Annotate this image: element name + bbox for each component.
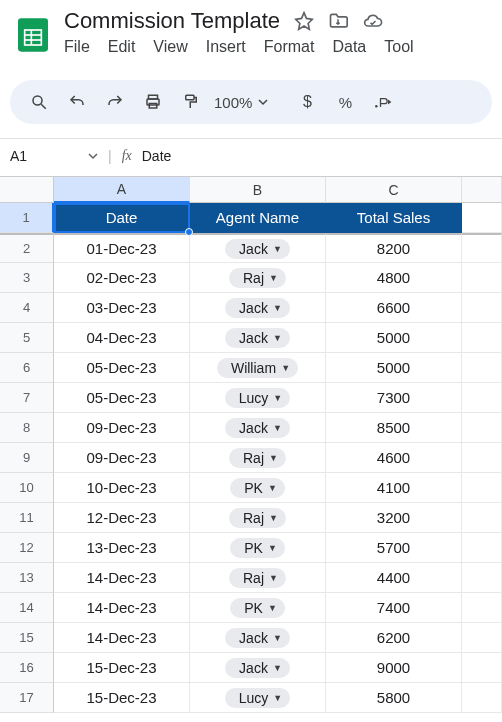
cell-sales[interactable]: 7400 <box>326 593 462 623</box>
cell-agent[interactable]: Raj▼ <box>190 443 326 473</box>
cell-date[interactable]: 01-Dec-23 <box>54 233 190 263</box>
cell-overflow[interactable] <box>462 683 502 713</box>
cell-sales[interactable]: 3200 <box>326 503 462 533</box>
cell-date[interactable]: 09-Dec-23 <box>54 413 190 443</box>
row-header[interactable]: 13 <box>0 563 54 593</box>
agent-chip[interactable]: William▼ <box>217 358 298 378</box>
menu-edit[interactable]: Edit <box>108 38 136 56</box>
agent-chip[interactable]: Jack▼ <box>225 418 290 438</box>
cell-overflow[interactable] <box>462 233 502 263</box>
cell-date[interactable]: 12-Dec-23 <box>54 503 190 533</box>
cell-date[interactable]: 14-Dec-23 <box>54 593 190 623</box>
row-header[interactable]: 16 <box>0 653 54 683</box>
name-box[interactable]: A1 <box>10 148 70 164</box>
cell-sales[interactable]: 6600 <box>326 293 462 323</box>
agent-chip[interactable]: Jack▼ <box>225 658 290 678</box>
agent-chip[interactable]: Lucy▼ <box>225 688 291 708</box>
cell-date[interactable]: 13-Dec-23 <box>54 533 190 563</box>
cell-date[interactable]: 10-Dec-23 <box>54 473 190 503</box>
cell-sales[interactable]: 8200 <box>326 233 462 263</box>
star-icon[interactable] <box>294 11 314 31</box>
col-header-overflow[interactable] <box>462 177 502 203</box>
cell-sales[interactable]: 5000 <box>326 323 462 353</box>
cell-overflow[interactable] <box>462 473 502 503</box>
agent-chip[interactable]: Jack▼ <box>225 328 290 348</box>
print-icon[interactable] <box>138 87 168 117</box>
agent-chip[interactable]: Jack▼ <box>225 628 290 648</box>
cell-overflow[interactable] <box>462 533 502 563</box>
row-header[interactable]: 14 <box>0 593 54 623</box>
agent-chip[interactable]: Jack▼ <box>225 239 290 259</box>
redo-icon[interactable] <box>100 87 130 117</box>
cell-date[interactable]: 05-Dec-23 <box>54 383 190 413</box>
cell-sales[interactable]: 4800 <box>326 263 462 293</box>
cell-sales[interactable]: 4600 <box>326 443 462 473</box>
cell-date[interactable]: 15-Dec-23 <box>54 653 190 683</box>
cell-sales[interactable]: 4100 <box>326 473 462 503</box>
agent-chip[interactable]: PK▼ <box>230 598 285 618</box>
agent-chip[interactable]: Raj▼ <box>229 448 286 468</box>
cell-B1[interactable]: Agent Name <box>190 203 326 233</box>
col-header-C[interactable]: C <box>326 177 462 203</box>
sheets-app-icon[interactable] <box>12 8 54 62</box>
grid[interactable]: A B C 1 Date Agent Name Total Sales 201-… <box>0 176 502 713</box>
cell-sales[interactable]: 6200 <box>326 623 462 653</box>
row-header[interactable]: 5 <box>0 323 54 353</box>
cell-overflow[interactable] <box>462 263 502 293</box>
doc-title[interactable]: Commission Template <box>64 8 280 34</box>
selection-handle[interactable] <box>185 228 193 236</box>
cell-overflow[interactable] <box>462 623 502 653</box>
cell-date[interactable]: 15-Dec-23 <box>54 683 190 713</box>
paint-format-icon[interactable] <box>176 87 206 117</box>
row-header-1[interactable]: 1 <box>0 203 54 233</box>
cell-overflow[interactable] <box>462 413 502 443</box>
cell-date[interactable]: 05-Dec-23 <box>54 353 190 383</box>
cell-date[interactable]: 14-Dec-23 <box>54 563 190 593</box>
cell-agent[interactable]: Raj▼ <box>190 563 326 593</box>
col-header-A[interactable]: A <box>54 177 190 203</box>
cell-agent[interactable]: Jack▼ <box>190 293 326 323</box>
cell-date[interactable]: 04-Dec-23 <box>54 323 190 353</box>
zoom-select[interactable]: 100% <box>214 94 268 111</box>
cell-agent[interactable]: PK▼ <box>190 593 326 623</box>
row-header[interactable]: 7 <box>0 383 54 413</box>
menu-insert[interactable]: Insert <box>206 38 246 56</box>
name-box-dropdown-icon[interactable] <box>88 151 98 161</box>
cell-sales[interactable]: 5800 <box>326 683 462 713</box>
cloud-status-icon[interactable] <box>362 11 384 31</box>
agent-chip[interactable]: Jack▼ <box>225 298 290 318</box>
cell-agent[interactable]: Lucy▼ <box>190 683 326 713</box>
cell-agent[interactable]: William▼ <box>190 353 326 383</box>
cell-agent[interactable]: Jack▼ <box>190 413 326 443</box>
cell-overflow[interactable] <box>462 353 502 383</box>
decrease-decimal-icon[interactable] <box>368 87 398 117</box>
cell-date[interactable]: 02-Dec-23 <box>54 263 190 293</box>
formula-bar[interactable]: Date <box>142 148 172 164</box>
menu-file[interactable]: File <box>64 38 90 56</box>
cell-overflow[interactable] <box>462 593 502 623</box>
move-icon[interactable] <box>328 11 348 31</box>
row-header[interactable]: 10 <box>0 473 54 503</box>
row-header[interactable]: 17 <box>0 683 54 713</box>
cell-overflow[interactable] <box>462 203 502 233</box>
cell-agent[interactable]: Raj▼ <box>190 263 326 293</box>
row-header[interactable]: 15 <box>0 623 54 653</box>
menu-view[interactable]: View <box>153 38 187 56</box>
cell-agent[interactable]: PK▼ <box>190 533 326 563</box>
cell-overflow[interactable] <box>462 653 502 683</box>
currency-button[interactable]: $ <box>292 87 322 117</box>
cell-sales[interactable]: 9000 <box>326 653 462 683</box>
row-header[interactable]: 12 <box>0 533 54 563</box>
cell-agent[interactable]: Raj▼ <box>190 503 326 533</box>
percent-button[interactable]: % <box>330 87 360 117</box>
cell-sales[interactable]: 8500 <box>326 413 462 443</box>
row-header[interactable]: 4 <box>0 293 54 323</box>
row-header[interactable]: 11 <box>0 503 54 533</box>
menu-format[interactable]: Format <box>264 38 315 56</box>
cell-C1[interactable]: Total Sales <box>326 203 462 233</box>
col-header-B[interactable]: B <box>190 177 326 203</box>
row-header[interactable]: 8 <box>0 413 54 443</box>
cell-overflow[interactable] <box>462 383 502 413</box>
cell-date[interactable]: 03-Dec-23 <box>54 293 190 323</box>
cell-date[interactable]: 09-Dec-23 <box>54 443 190 473</box>
